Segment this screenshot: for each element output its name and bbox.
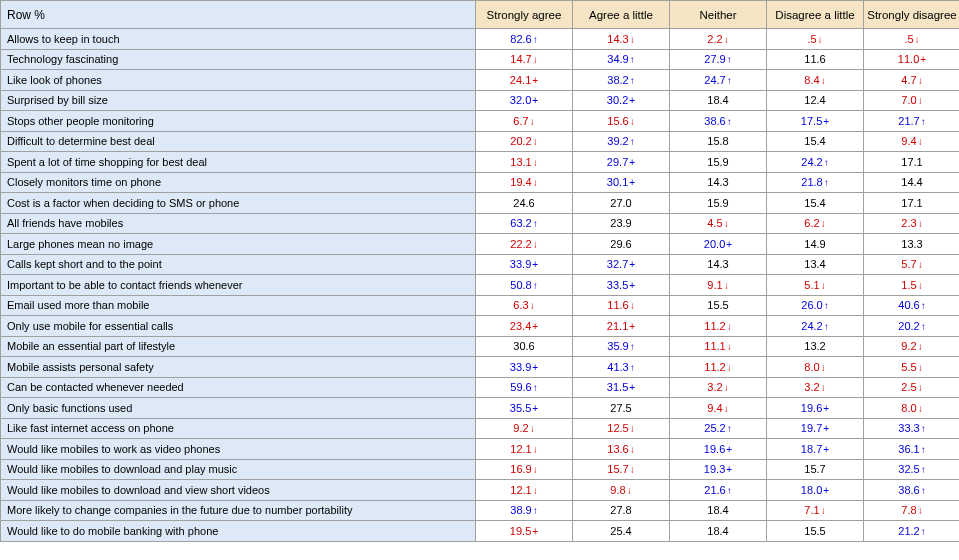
corner-header: Row % (1, 1, 476, 29)
arrow-up-icon: ↑ (630, 341, 635, 352)
row-label: Would like mobiles to work as video phon… (1, 439, 476, 460)
data-cell: 20.0+ (670, 234, 767, 255)
col-header: Strongly disagree (864, 1, 960, 29)
row-label: Important to be able to contact friends … (1, 275, 476, 296)
plus-icon: + (532, 321, 538, 332)
arrow-down-icon: ↓ (630, 423, 635, 434)
data-cell: 7.1↓ (767, 500, 864, 521)
data-cell: 21.8↑ (767, 172, 864, 193)
arrow-up-icon: ↑ (921, 485, 926, 496)
row-label: Cost is a factor when deciding to SMS or… (1, 193, 476, 214)
arrow-up-icon: ↑ (727, 485, 732, 496)
data-cell: 38.9↑ (476, 500, 573, 521)
arrow-up-icon: ↑ (824, 177, 829, 188)
data-cell: .5↓ (864, 29, 960, 50)
data-cell: 8.0↓ (864, 398, 960, 419)
data-cell: 1.5↓ (864, 275, 960, 296)
data-cell: 19.3+ (670, 459, 767, 480)
data-cell: 17.5+ (767, 111, 864, 132)
data-cell: 5.5↓ (864, 357, 960, 378)
table-row: Technology fascinating14.7↓34.9↑27.9↑11.… (1, 49, 960, 70)
col-header: Neither (670, 1, 767, 29)
data-cell: 27.5 (573, 398, 670, 419)
table-row: Cost is a factor when deciding to SMS or… (1, 193, 960, 214)
arrow-down-icon: ↓ (918, 403, 923, 414)
arrow-down-icon: ↓ (533, 485, 538, 496)
data-cell: 31.5+ (573, 377, 670, 398)
data-cell: 6.7↓ (476, 111, 573, 132)
data-cell: 23.9 (573, 213, 670, 234)
data-cell: 9.1↓ (670, 275, 767, 296)
arrow-up-icon: ↑ (533, 382, 538, 393)
data-cell: 8.0↓ (767, 357, 864, 378)
arrow-down-icon: ↓ (727, 341, 732, 352)
arrow-down-icon: ↓ (918, 341, 923, 352)
table-row: Allows to keep in touch82.6↑14.3↓2.2↓.5↓… (1, 29, 960, 50)
table-row: Would like mobiles to download and view … (1, 480, 960, 501)
data-cell: 21.6↑ (670, 480, 767, 501)
table-row: Email used more than mobile6.3↓11.6↓15.5… (1, 295, 960, 316)
data-cell: 30.6 (476, 336, 573, 357)
data-cell: 3.2↓ (670, 377, 767, 398)
data-cell: 24.2↑ (767, 152, 864, 173)
data-cell: 82.6↑ (476, 29, 573, 50)
plus-icon: + (823, 403, 829, 414)
data-cell: 29.7+ (573, 152, 670, 173)
data-cell: 11.2↓ (670, 316, 767, 337)
arrow-down-icon: ↓ (918, 382, 923, 393)
data-cell: 21.7↑ (864, 111, 960, 132)
col-header: Disagree a little (767, 1, 864, 29)
arrow-down-icon: ↓ (530, 423, 535, 434)
data-cell: 25.4 (573, 521, 670, 542)
arrow-down-icon: ↓ (821, 75, 826, 86)
table-body: Allows to keep in touch82.6↑14.3↓2.2↓.5↓… (1, 29, 960, 542)
data-cell: 50.8↑ (476, 275, 573, 296)
row-label: Only basic functions used (1, 398, 476, 419)
table-row: Would like mobiles to work as video phon… (1, 439, 960, 460)
row-label: Difficult to determine best deal (1, 131, 476, 152)
arrow-up-icon: ↑ (824, 157, 829, 168)
arrow-down-icon: ↓ (727, 362, 732, 373)
data-cell: 41.3↑ (573, 357, 670, 378)
data-cell: 32.0+ (476, 90, 573, 111)
table-row: Closely monitors time on phone19.4↓30.1+… (1, 172, 960, 193)
arrow-up-icon: ↑ (824, 321, 829, 332)
data-cell: 34.9↑ (573, 49, 670, 70)
data-cell: 27.8 (573, 500, 670, 521)
arrow-down-icon: ↓ (530, 116, 535, 127)
arrow-up-icon: ↑ (727, 75, 732, 86)
table-row: Important to be able to contact friends … (1, 275, 960, 296)
data-cell: 14.3 (670, 172, 767, 193)
data-cell: 4.7↓ (864, 70, 960, 91)
data-cell: 24.7↑ (670, 70, 767, 91)
table-row: Like fast internet access on phone9.2↓12… (1, 418, 960, 439)
data-cell: 12.1↓ (476, 439, 573, 460)
data-cell: 4.5↓ (670, 213, 767, 234)
table-row: Mobile an essential part of lifestyle30.… (1, 336, 960, 357)
arrow-up-icon: ↑ (727, 423, 732, 434)
data-cell: 11.1↓ (670, 336, 767, 357)
data-cell: 15.4 (767, 193, 864, 214)
data-cell: 20.2↓ (476, 131, 573, 152)
data-cell: 24.1+ (476, 70, 573, 91)
arrow-down-icon: ↓ (821, 382, 826, 393)
row-label: Can be contacted whenever needed (1, 377, 476, 398)
table-row: Only basic functions used35.5+27.59.4↓19… (1, 398, 960, 419)
data-cell: 20.2↑ (864, 316, 960, 337)
arrow-down-icon: ↓ (533, 239, 538, 250)
data-cell: 24.6 (476, 193, 573, 214)
row-label: Surprised by bill size (1, 90, 476, 111)
plus-icon: + (823, 423, 829, 434)
data-cell: 11.2↓ (670, 357, 767, 378)
data-cell: 36.1↑ (864, 439, 960, 460)
arrow-down-icon: ↓ (918, 259, 923, 270)
arrow-down-icon: ↓ (818, 34, 823, 45)
arrow-down-icon: ↓ (724, 34, 729, 45)
plus-icon: + (629, 321, 635, 332)
data-cell: 15.9 (670, 152, 767, 173)
plus-icon: + (532, 526, 538, 537)
plus-icon: + (823, 444, 829, 455)
data-cell: 30.1+ (573, 172, 670, 193)
data-cell: 22.2↓ (476, 234, 573, 255)
arrow-up-icon: ↑ (533, 218, 538, 229)
